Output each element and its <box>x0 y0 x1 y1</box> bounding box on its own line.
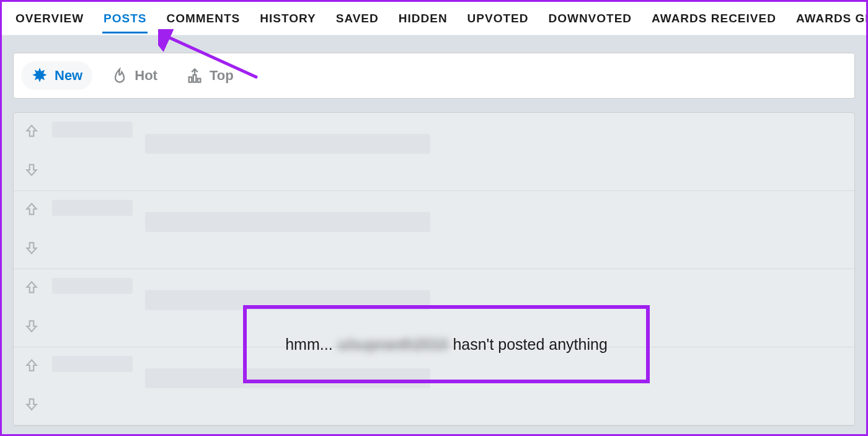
sort-bar: New Hot Top <box>13 53 855 99</box>
downvote-icon[interactable] <box>24 162 40 180</box>
svg-rect-2 <box>193 75 197 82</box>
upvote-icon[interactable] <box>24 357 40 376</box>
upvote-icon[interactable] <box>24 279 40 298</box>
tab-downvoted[interactable]: DOWNVOTED <box>547 3 633 33</box>
empty-username-blurred: u/supranth2010 <box>338 336 448 354</box>
downvote-icon[interactable] <box>24 240 40 259</box>
tab-awards-received[interactable]: AWARDS RECEIVED <box>650 3 777 33</box>
content-area: New Hot Top <box>2 35 866 426</box>
top-icon <box>186 67 203 84</box>
posts-list: hmm... u/supranth2010 hasn't posted anyt… <box>13 112 855 426</box>
hot-icon <box>111 67 128 84</box>
downvote-icon[interactable] <box>24 396 40 415</box>
sort-top-label: Top <box>210 68 234 84</box>
svg-marker-0 <box>32 68 46 82</box>
sort-top[interactable]: Top <box>176 61 244 90</box>
empty-suffix: hasn't posted anything <box>453 336 607 354</box>
tab-comments[interactable]: COMMENTS <box>165 3 241 33</box>
vote-column <box>24 197 40 262</box>
vote-column <box>24 354 40 419</box>
new-icon <box>31 67 48 84</box>
tab-posts[interactable]: POSTS <box>102 3 148 33</box>
tab-overview[interactable]: OVERVIEW <box>14 3 85 33</box>
downvote-icon[interactable] <box>24 318 40 337</box>
tab-history[interactable]: HISTORY <box>259 3 317 33</box>
empty-state-callout: hmm... u/supranth2010 hasn't posted anyt… <box>243 305 650 383</box>
sort-hot-label: Hot <box>135 68 157 84</box>
upvote-icon[interactable] <box>24 201 40 220</box>
sort-new[interactable]: New <box>21 61 92 90</box>
empty-prefix: hmm... <box>285 336 332 354</box>
profile-tab-bar: OVERVIEW POSTS COMMENTS HISTORY SAVED HI… <box>2 2 866 35</box>
tab-hidden[interactable]: HIDDEN <box>397 3 449 33</box>
vote-column <box>24 275 40 340</box>
post-placeholder <box>14 113 854 191</box>
svg-rect-3 <box>198 79 201 82</box>
vote-column <box>24 119 40 184</box>
tab-upvoted[interactable]: UPVOTED <box>466 3 530 33</box>
sort-new-label: New <box>55 68 82 84</box>
post-placeholder <box>14 191 854 269</box>
tab-saved[interactable]: SAVED <box>335 3 380 33</box>
upvote-icon[interactable] <box>24 123 40 141</box>
sort-hot[interactable]: Hot <box>101 61 167 90</box>
tab-awards-given[interactable]: AWARDS GIVEN <box>795 3 866 33</box>
svg-rect-1 <box>189 77 192 82</box>
